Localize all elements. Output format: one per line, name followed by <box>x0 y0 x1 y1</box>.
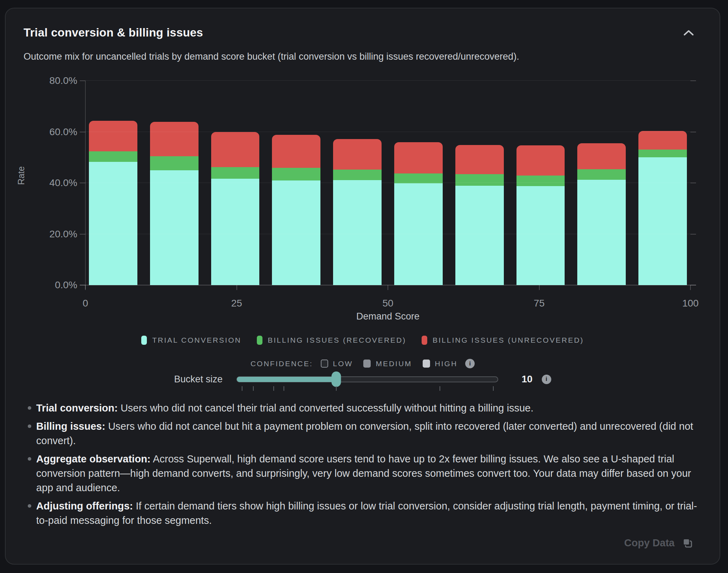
gridline <box>85 183 690 183</box>
slider-tick <box>273 386 274 391</box>
bar-segment-trial-conversion[interactable] <box>333 180 382 285</box>
note-lead: Adjusting offerings: <box>36 500 133 512</box>
confidence-checkbox-high[interactable]: HIGH <box>423 360 458 368</box>
legend-item[interactable]: Trial conversion <box>141 336 241 345</box>
bar-60–70[interactable] <box>455 81 504 285</box>
slider-tick <box>336 386 337 391</box>
bar-10–20[interactable] <box>150 81 199 285</box>
x-axis-tick <box>236 285 237 290</box>
bar-segment-billing-issues-unrecovered-[interactable] <box>455 145 504 174</box>
bar-70–80[interactable] <box>516 81 565 285</box>
bars-container <box>85 81 690 285</box>
x-axis-tick-labels: 0255075100 <box>85 298 690 310</box>
confidence-checkbox-medium[interactable]: MEDIUM <box>363 360 412 368</box>
note-item: Billing issues: Users who did not cancel… <box>28 419 700 448</box>
legend-item[interactable]: Billing issues (recovered) <box>257 336 406 345</box>
bar-80–90[interactable] <box>577 81 626 285</box>
confidence-option-label: LOW <box>333 360 353 368</box>
confidence-option-label: MEDIUM <box>376 360 412 368</box>
bar-segment-billing-issues-recovered-[interactable] <box>638 150 687 158</box>
bar-30–40[interactable] <box>272 81 320 285</box>
bar-segment-billing-issues-unrecovered-[interactable] <box>394 142 443 173</box>
bar-segment-billing-issues-unrecovered-[interactable] <box>150 122 199 156</box>
bar-segment-trial-conversion[interactable] <box>394 183 443 285</box>
copy-data-button[interactable]: Copy Data <box>624 537 693 549</box>
bar-segment-trial-conversion[interactable] <box>150 170 199 285</box>
bar-50–60[interactable] <box>394 81 443 285</box>
collapse-button[interactable] <box>682 29 695 38</box>
x-axis-title: Demand Score <box>85 311 690 322</box>
notes-list: Trial conversion: Users who did not canc… <box>28 401 700 532</box>
bar-segment-billing-issues-unrecovered-[interactable] <box>211 132 260 167</box>
bar-segment-billing-issues-recovered-[interactable] <box>333 170 382 180</box>
x-tick-label: 0 <box>83 298 88 309</box>
bar-segment-billing-issues-unrecovered-[interactable] <box>333 139 382 170</box>
note-item: Adjusting offerings: If certain demand t… <box>28 499 700 528</box>
bar-0–10[interactable] <box>89 81 137 285</box>
y-tick-label: 0.0% <box>55 279 77 291</box>
y-axis-tick <box>690 285 696 285</box>
bar-segment-billing-issues-recovered-[interactable] <box>455 174 504 186</box>
x-axis-tick <box>539 285 540 290</box>
bar-segment-billing-issues-unrecovered-[interactable] <box>89 121 137 151</box>
bar-segment-billing-issues-recovered-[interactable] <box>394 173 443 183</box>
bar-segment-billing-issues-unrecovered-[interactable] <box>272 135 320 168</box>
bar-segment-trial-conversion[interactable] <box>89 162 137 285</box>
note-lead: Billing issues: <box>36 421 105 432</box>
y-axis-tick <box>690 183 696 183</box>
bar-20–30[interactable] <box>211 81 260 285</box>
gridline <box>85 234 690 234</box>
page-title: Trial conversion & billing issues <box>24 26 203 39</box>
y-axis-title: Rate <box>16 171 26 185</box>
note-item: Trial conversion: Users who did not canc… <box>28 401 700 415</box>
slider-tick <box>493 386 494 391</box>
bar-segment-billing-issues-recovered-[interactable] <box>577 169 626 180</box>
confidence-checkbox-low[interactable]: LOW <box>321 360 353 368</box>
bar-segment-trial-conversion[interactable] <box>577 180 626 285</box>
confidence-row: CONFIDENCE: LOWMEDIUMHIGH i <box>6 359 720 368</box>
bar-segment-billing-issues-recovered-[interactable] <box>150 156 199 170</box>
x-axis-tick <box>690 285 691 290</box>
y-axis-tick <box>80 183 85 183</box>
x-tick-label: 50 <box>382 298 393 309</box>
gridline <box>85 80 690 81</box>
bar-segment-trial-conversion[interactable] <box>211 179 260 285</box>
y-tick-label: 40.0% <box>50 177 77 189</box>
legend-swatch-icon <box>422 336 427 345</box>
bar-segment-trial-conversion[interactable] <box>272 180 320 285</box>
chart-legend: Trial conversionBilling issues (recovere… <box>6 336 720 345</box>
x-axis-tick <box>388 285 388 290</box>
bar-segment-billing-issues-recovered-[interactable] <box>516 176 565 186</box>
legend-item[interactable]: Billing issues (unrecovered) <box>422 336 584 345</box>
y-axis-tick <box>80 285 85 285</box>
bar-segment-billing-issues-unrecovered-[interactable] <box>638 131 687 150</box>
bar-segment-billing-issues-recovered-[interactable] <box>89 151 137 162</box>
x-tick-label: 100 <box>682 298 699 309</box>
slider-thumb[interactable] <box>332 371 341 387</box>
note-text: If certain demand tiers show high billin… <box>36 500 697 526</box>
y-axis-tick <box>690 234 696 235</box>
bar-segment-trial-conversion[interactable] <box>455 186 504 285</box>
chevron-up-icon <box>683 29 695 37</box>
slider-fill <box>237 377 336 382</box>
bar-segment-billing-issues-unrecovered-[interactable] <box>577 143 626 169</box>
chart-card: Trial conversion & billing issues Outcom… <box>5 8 720 565</box>
confidence-info-icon[interactable]: i <box>465 359 475 368</box>
bar-90–100[interactable] <box>638 81 687 285</box>
bar-segment-billing-issues-recovered-[interactable] <box>211 167 260 179</box>
bar-segment-trial-conversion[interactable] <box>638 157 687 285</box>
slider-tick <box>440 386 440 391</box>
bar-segment-trial-conversion[interactable] <box>516 186 565 285</box>
bar-segment-billing-issues-unrecovered-[interactable] <box>516 145 565 176</box>
y-axis-tick <box>690 80 696 81</box>
note-lead: Trial conversion: <box>36 402 118 414</box>
bucket-size-slider[interactable] <box>236 376 498 382</box>
legend-swatch-icon <box>257 336 262 345</box>
checkbox-icon <box>423 360 430 368</box>
bucket-size-info-icon[interactable]: i <box>542 375 551 384</box>
bar-segment-billing-issues-recovered-[interactable] <box>272 168 320 180</box>
note-item: Aggregate observation: Across Superwall,… <box>28 452 700 495</box>
bucket-size-row: Bucket size 10 i <box>6 374 720 385</box>
y-tick-label: 80.0% <box>50 75 77 86</box>
bar-40–50[interactable] <box>333 81 382 285</box>
